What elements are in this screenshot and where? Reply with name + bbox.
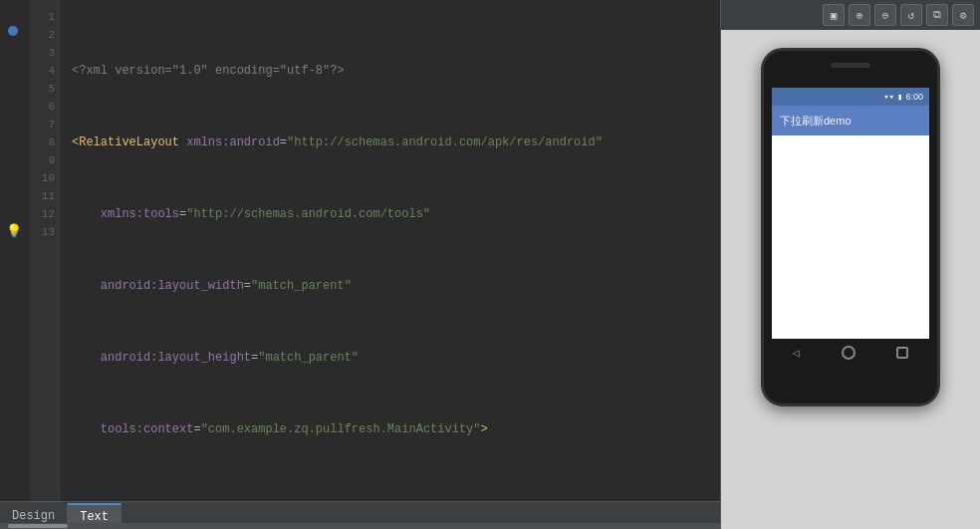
code-line-5: android:layout_height="match_parent" — [72, 349, 708, 367]
phone-status-bar: ▾▾ ▮ 6:00 — [772, 88, 929, 106]
code-line-7 — [72, 492, 708, 501]
code-line-1: <?xml version="1.0" encoding="utf-8"?> — [72, 62, 708, 80]
editor-content: 💡 1 2 3 4 5 6 7 8 9 10 11 12 13 — [0, 0, 720, 501]
phone-app-toolbar: 下拉刷新demo — [772, 106, 929, 135]
toolbar-btn-zoom-out[interactable]: ⊖ — [874, 4, 896, 26]
horizontal-scrollbar[interactable] — [0, 523, 720, 529]
phone-app-title: 下拉刷新demo — [780, 114, 852, 129]
wifi-icon: ▾▾ — [883, 92, 894, 103]
code-line-3: xmlns:tools="http://schemas.android.com/… — [72, 205, 708, 223]
phone-nav-bar: ◁ — [772, 339, 929, 367]
code-line-6: tools:context="com.example.zq.pullfresh.… — [72, 420, 708, 438]
gutter: 💡 — [0, 0, 30, 501]
toolbar-btn-zoom-in[interactable]: ⊕ — [849, 4, 870, 26]
code-line-4: android:layout_width="match_parent" — [72, 277, 708, 295]
phone-recents-btn — [896, 347, 908, 359]
main-area: 💡 1 2 3 4 5 6 7 8 9 10 11 12 13 — [0, 0, 980, 529]
preview-area: ▣ ⊕ ⊖ ↺ ⧉ ⚙ ▾▾ ▮ 6:00 下拉刷新demo — [721, 0, 980, 529]
toolbar-btn-capture[interactable]: ⧉ — [926, 4, 948, 26]
toolbar-right: ▣ ⊕ ⊖ ↺ ⧉ ⚙ — [721, 0, 980, 30]
toolbar-btn-1[interactable]: ▣ — [823, 4, 845, 26]
bulb-icon: 💡 — [6, 223, 22, 239]
phone-home-btn — [842, 346, 856, 360]
line-numbers: 1 2 3 4 5 6 7 8 9 10 11 12 13 — [30, 0, 60, 501]
battery-icon: ▮ — [897, 92, 902, 103]
editor-area: 💡 1 2 3 4 5 6 7 8 9 10 11 12 13 — [0, 0, 721, 529]
scrollbar-thumb — [8, 524, 68, 528]
phone-time: 6:00 — [905, 92, 923, 102]
phone-screen: ▾▾ ▮ 6:00 下拉刷新demo ◁ — [772, 88, 929, 367]
toolbar-btn-settings[interactable]: ⚙ — [952, 4, 974, 26]
toolbar-btn-refresh[interactable]: ↺ — [900, 4, 922, 26]
phone-mockup: ▾▾ ▮ 6:00 下拉刷新demo ◁ — [761, 48, 940, 406]
phone-back-btn: ◁ — [793, 346, 800, 361]
phone-speaker — [831, 63, 870, 68]
code-editor[interactable]: <?xml version="1.0" encoding="utf-8"?> <… — [60, 0, 720, 501]
phone-content — [772, 135, 929, 367]
code-line-2: <RelativeLayout xmlns:android="http://sc… — [72, 133, 708, 151]
breakpoint-dot — [8, 26, 18, 36]
